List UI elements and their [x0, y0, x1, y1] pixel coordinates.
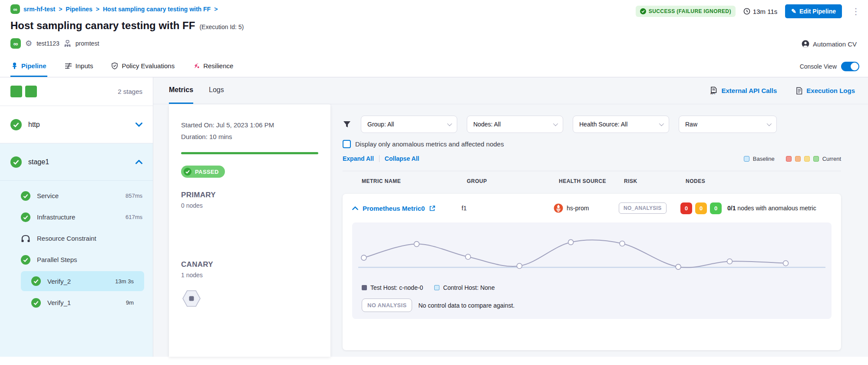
- clock-icon: [743, 8, 750, 15]
- service-name[interactable]: test1123: [36, 40, 59, 47]
- console-view-toggle[interactable]: [841, 62, 859, 71]
- status-badge: SUCCESS (FAILURE IGNORED): [636, 6, 736, 17]
- edit-pipeline-button[interactable]: ✎ Edit Pipeline: [785, 4, 842, 18]
- no-analysis-badge: NO ANALYSIS: [362, 299, 412, 312]
- tab-resilience[interactable]: Resilience: [192, 56, 234, 77]
- sidebar-step-verify-1[interactable]: Verify_19m: [0, 292, 144, 313]
- monitored-service-name[interactable]: promtest: [76, 40, 99, 47]
- sidebar-step-service[interactable]: Service857ms: [0, 185, 153, 206]
- nodes-filter-select[interactable]: Nodes: All: [467, 116, 563, 133]
- node-count-yellow-badge: 0: [695, 202, 707, 214]
- svg-text:API: API: [710, 92, 715, 95]
- divider: [379, 155, 380, 162]
- sidebar-stage-http[interactable]: http: [0, 106, 153, 143]
- tab-inputs[interactable]: Inputs: [64, 56, 94, 77]
- pencil-icon: ✎: [791, 8, 796, 15]
- anomalous-only-label: Display only anomalous metrics and affec…: [355, 140, 504, 148]
- tab-metrics[interactable]: Metrics: [169, 77, 193, 104]
- triggered-by: Automation CV: [802, 40, 857, 48]
- tab-logs[interactable]: Logs: [209, 77, 224, 104]
- metric-chart[interactable]: [352, 222, 832, 282]
- filter-funnel-icon[interactable]: [343, 120, 351, 129]
- kebab-menu-icon[interactable]: ⋮: [850, 6, 862, 17]
- user-name: Automation CV: [813, 40, 857, 48]
- tab-policy-evaluations[interactable]: Policy Evaluations: [110, 56, 175, 77]
- collapse-chevron-up-icon[interactable]: [352, 206, 358, 210]
- node-count-red-badge: 0: [680, 202, 692, 214]
- test-host-legend: Test Host: c-node-0: [362, 284, 423, 291]
- api-document-icon: API: [710, 86, 717, 95]
- node-count-green-badge: 0: [710, 202, 722, 214]
- monitored-service-icon: [64, 40, 71, 47]
- tab-pipeline[interactable]: Pipeline: [10, 56, 47, 77]
- sidebar-step-parallel-steps[interactable]: Parallel Steps: [0, 249, 153, 270]
- sidebar-stage-stage1[interactable]: stage1: [0, 143, 153, 181]
- page-header: ∞ srm-hf-test > Pipelines > Host samplin…: [0, 0, 868, 49]
- group-filter-select[interactable]: Group: All: [361, 116, 457, 133]
- console-view-label: Console View: [800, 63, 837, 70]
- metric-row-card: Prometheus Metric0 f1: [343, 194, 841, 350]
- resilience-icon: [193, 62, 200, 69]
- primary-label: PRIMARY: [181, 191, 318, 199]
- stage-count: 2 stages: [118, 88, 142, 95]
- metric-group: f1: [462, 205, 554, 212]
- canary-node-count: 1 nodes: [181, 272, 318, 279]
- current-yellow-swatch: [804, 156, 810, 162]
- shield-check-icon: [111, 62, 118, 70]
- external-api-calls-link[interactable]: API External API Calls: [710, 86, 777, 95]
- success-check-icon: [640, 8, 646, 14]
- metric-chart-card: Test Host: c-node-0 Control Host: None N…: [352, 222, 832, 319]
- sidebar-step-infrastructure[interactable]: Infrastructure617ms: [0, 206, 153, 228]
- canary-label: CANARY: [181, 260, 318, 269]
- page-title: Host sampling canary testing with FF: [10, 20, 195, 32]
- resource-constraint-icon: [21, 234, 30, 243]
- chevron-up-icon[interactable]: [135, 160, 142, 164]
- metric-row[interactable]: Prometheus Metric0 f1: [343, 194, 841, 222]
- harness-logo-icon: ∞: [10, 4, 20, 14]
- check-circle-icon: [31, 298, 41, 308]
- control-host-legend: Control Host: None: [434, 284, 495, 291]
- health-source-name: hs-prom: [567, 205, 589, 212]
- breadcrumb-pipeline-name[interactable]: Host sampling canary testing with FF: [103, 6, 211, 13]
- stage-square-icon: [10, 86, 22, 97]
- no-analysis-message: No control data to compare against.: [418, 302, 515, 309]
- execution-duration: 13m 11s: [743, 8, 777, 15]
- canary-node-hexagon-icon[interactable]: [181, 288, 202, 309]
- sidebar-step-verify-2[interactable]: Verify_213m 3s: [21, 271, 144, 291]
- gear-icon: ⚙: [25, 40, 32, 47]
- breadcrumb-project[interactable]: srm-hf-test: [23, 6, 55, 13]
- chevron-down-icon: [447, 121, 452, 126]
- metric-name-link[interactable]: Prometheus Metric0: [363, 205, 425, 212]
- inputs-icon: [65, 63, 72, 69]
- external-link-icon[interactable]: [429, 205, 436, 212]
- started-on: Started On: Jul 5, 2023 1:06 PM: [181, 119, 318, 131]
- health-source-filter-select[interactable]: Health Source: All: [573, 116, 669, 133]
- check-circle-icon: [21, 255, 30, 265]
- check-icon: [184, 168, 191, 176]
- chevron-down-icon[interactable]: [135, 123, 142, 127]
- data-mode-select[interactable]: Raw: [679, 116, 777, 133]
- prometheus-icon: [554, 203, 563, 213]
- verification-duration: Duration: 10 mins: [181, 131, 318, 143]
- primary-node-count: 0 nodes: [181, 202, 318, 209]
- col-nodes: NODES: [686, 178, 705, 184]
- current-green-swatch: [813, 156, 819, 162]
- execution-tabstrip: Pipeline Inputs Policy Evaluations Res: [0, 56, 868, 77]
- stage-count-row: 2 stages: [0, 77, 153, 106]
- col-metric-name: METRIC NAME: [362, 178, 467, 184]
- execution-logs-link[interactable]: Execution Logs: [796, 86, 855, 95]
- check-circle-icon: [10, 119, 22, 130]
- expand-all-link[interactable]: Expand All: [343, 155, 374, 162]
- check-circle-icon: [31, 276, 41, 286]
- col-health-source: HEALTH SOURCE: [559, 178, 624, 184]
- chevron-down-icon: [659, 121, 664, 126]
- breadcrumb-pipelines[interactable]: Pipelines: [66, 6, 92, 13]
- test-host-swatch: [362, 285, 367, 290]
- sidebar-step-resource-constraint[interactable]: Resource Constraint: [0, 228, 153, 249]
- collapse-all-link[interactable]: Collapse All: [385, 155, 419, 162]
- pipeline-icon: [11, 62, 18, 70]
- control-host-swatch: [434, 285, 439, 290]
- chevron-down-icon: [553, 121, 558, 126]
- chart-color-legend: Baseline Current: [744, 156, 841, 162]
- anomalous-only-checkbox[interactable]: [343, 140, 351, 148]
